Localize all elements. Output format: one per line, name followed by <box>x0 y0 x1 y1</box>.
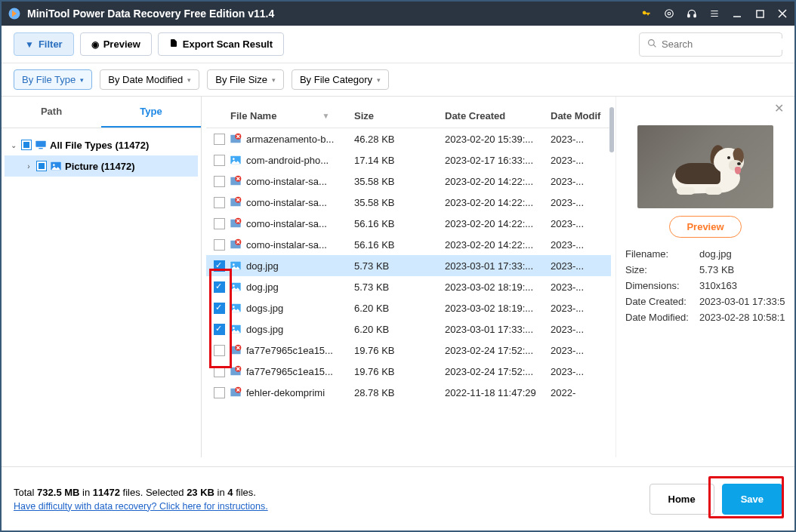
file-date-modified: 2023-... <box>551 345 603 356</box>
stats-line: Total 732.5 MB in 11472 files. Selected … <box>14 487 642 498</box>
row-checkbox[interactable] <box>214 218 225 229</box>
file-date-modified: 2023-... <box>551 176 603 187</box>
svg-point-1 <box>665 10 674 18</box>
search-input[interactable] <box>662 38 788 50</box>
left-pane: Path Type ⌄ All File Types (11472) › Pic… <box>2 97 202 457</box>
chevron-down-icon: ▾ <box>272 76 276 84</box>
expand-icon[interactable]: › <box>24 162 33 171</box>
svg-rect-4 <box>694 14 696 17</box>
filter-row: By File Type▾ By Date Modified▾ By File … <box>2 63 794 97</box>
row-checkbox[interactable] <box>214 260 225 272</box>
file-size: 17.14 KB <box>354 155 445 166</box>
home-button[interactable]: Home <box>649 484 714 515</box>
file-size: 6.20 KB <box>354 303 445 314</box>
checkbox[interactable] <box>21 140 32 150</box>
preview-open-button[interactable]: Preview <box>669 216 741 238</box>
file-date-created: 2023-02-20 14:22:... <box>445 239 551 251</box>
tree-picture[interactable]: › Picture (11472) <box>5 155 198 177</box>
picture-icon <box>50 160 62 172</box>
chevron-down-icon: ▾ <box>80 76 84 84</box>
table-row[interactable]: dogs.jpg6.20 KB2023-03-01 17:33:...2023-… <box>206 318 611 340</box>
row-checkbox[interactable] <box>214 197 225 208</box>
file-date-created: 2023-02-24 17:52:... <box>445 366 551 377</box>
file-name: com-android-pho... <box>246 155 329 166</box>
deleted-image-icon <box>230 238 242 251</box>
filter-button[interactable]: ▼Filter <box>14 32 74 56</box>
table-row[interactable]: como-instalar-sa...56.16 KB2023-02-20 14… <box>206 213 611 234</box>
chevron-down-icon: ▾ <box>187 76 191 84</box>
row-checkbox[interactable] <box>214 366 225 377</box>
file-size: 5.73 KB <box>354 260 445 272</box>
image-icon <box>230 154 242 166</box>
table-row[interactable]: dog.jpg5.73 KB2023-03-01 17:33:...2023-.… <box>206 255 611 276</box>
filter-by-type[interactable]: By File Type▾ <box>14 69 92 90</box>
image-icon <box>230 281 242 293</box>
filter-by-date[interactable]: By Date Modified▾ <box>100 69 199 90</box>
file-name: dogs.jpg <box>246 303 283 314</box>
close-button[interactable] <box>776 8 788 20</box>
row-checkbox[interactable] <box>214 345 225 356</box>
maximize-button[interactable] <box>754 8 766 20</box>
file-date-created: 2023-03-02 18:19:... <box>445 303 551 314</box>
preview-pane: ✕ Preview Filename:dog.jpg Size:5.73 KB … <box>616 97 794 457</box>
eye-icon: ◉ <box>91 39 99 50</box>
tree-tabs: Path Type <box>2 97 201 128</box>
table-row[interactable]: como-instalar-sa...56.16 KB2023-02-20 14… <box>206 234 611 255</box>
svg-point-28 <box>233 306 235 308</box>
file-name: dogs.jpg <box>246 324 283 335</box>
table-row[interactable]: armazenamento-b...46.28 KB2023-02-20 15:… <box>206 128 611 149</box>
table-row[interactable]: dog.jpg5.73 KB2023-03-02 18:19:...2023-.… <box>206 276 611 297</box>
tab-path[interactable]: Path <box>2 97 101 128</box>
headphones-icon[interactable] <box>686 8 698 20</box>
col-date-modified[interactable]: Date Modif <box>551 110 603 121</box>
export-button[interactable]: Export Scan Result <box>158 32 284 56</box>
file-name: como-instalar-sa... <box>246 239 327 251</box>
tree-root[interactable]: ⌄ All File Types (11472) <box>5 134 198 155</box>
svg-point-2 <box>668 12 671 15</box>
svg-point-24 <box>233 263 235 266</box>
row-checkbox[interactable] <box>214 324 225 335</box>
close-preview-icon[interactable]: ✕ <box>774 101 784 115</box>
disc-icon[interactable] <box>663 8 675 20</box>
table-row[interactable]: fehler-dekomprimi28.78 KB2022-11-18 11:4… <box>206 382 611 403</box>
col-date-created[interactable]: Date Created <box>445 110 551 121</box>
row-checkbox[interactable] <box>214 239 225 251</box>
table-row[interactable]: como-instalar-sa...35.58 KB2023-02-20 14… <box>206 192 611 213</box>
preview-meta: Filename:dog.jpg Size:5.73 KB Dimensions… <box>625 248 785 323</box>
collapse-icon[interactable]: ⌄ <box>9 141 18 149</box>
deleted-image-icon <box>230 344 242 356</box>
col-name[interactable]: File Name▼ <box>230 110 354 121</box>
help-link[interactable]: Have difficulty with data recovery? Clic… <box>14 501 268 512</box>
menu-icon[interactable] <box>708 8 720 20</box>
checkbox[interactable] <box>36 161 47 171</box>
table-row[interactable]: fa77e7965c1ea15...19.76 KB2023-02-24 17:… <box>206 361 611 382</box>
row-checkbox[interactable] <box>214 387 225 398</box>
file-date-created: 2023-02-17 16:33:... <box>445 155 551 166</box>
scrollbar[interactable] <box>609 107 614 152</box>
table-row[interactable]: como-instalar-sa...35.58 KB2023-02-20 14… <box>206 171 611 192</box>
tab-type[interactable]: Type <box>101 97 201 128</box>
file-date-modified: 2023-... <box>551 281 603 293</box>
file-date-created: 2023-03-02 18:19:... <box>445 281 551 293</box>
row-checkbox[interactable] <box>214 281 225 293</box>
table-row[interactable]: fa77e7965c1ea15...19.76 KB2023-02-24 17:… <box>206 340 611 361</box>
row-checkbox[interactable] <box>214 176 225 187</box>
file-date-modified: 2023-... <box>551 303 603 314</box>
filter-by-category[interactable]: By File Category▾ <box>292 69 389 90</box>
row-checkbox[interactable] <box>214 134 225 145</box>
search-box[interactable] <box>639 32 782 57</box>
image-icon <box>230 302 242 314</box>
preview-button[interactable]: ◉Preview <box>80 32 152 56</box>
table-row[interactable]: com-android-pho...17.14 KB2023-02-17 16:… <box>206 149 611 171</box>
minimize-button[interactable] <box>731 8 743 20</box>
table-row[interactable]: dogs.jpg6.20 KB2023-03-02 18:19:...2023-… <box>206 297 611 318</box>
key-icon[interactable] <box>640 8 653 20</box>
tree-label: Picture (11472) <box>65 161 135 172</box>
filter-by-size[interactable]: By File Size▾ <box>207 69 284 90</box>
file-size: 56.16 KB <box>354 239 445 251</box>
save-button[interactable]: Save <box>722 484 782 515</box>
deleted-image-icon <box>230 175 242 187</box>
col-size[interactable]: Size <box>354 110 445 121</box>
row-checkbox[interactable] <box>214 155 225 166</box>
row-checkbox[interactable] <box>214 303 225 314</box>
